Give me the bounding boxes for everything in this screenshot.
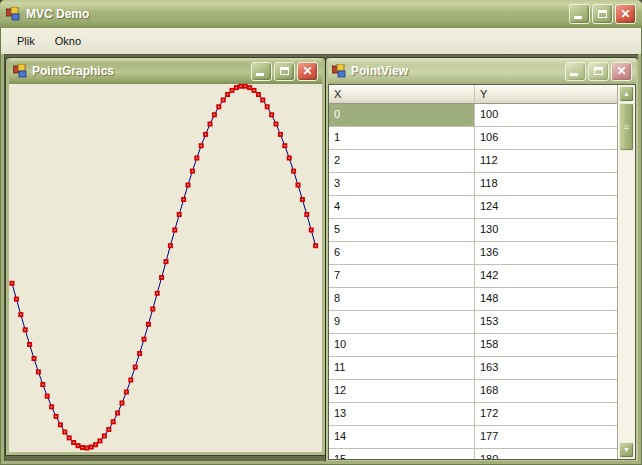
point-graphics-window: PointGraphics ✕ xyxy=(6,58,325,455)
table-row[interactable]: 7142 xyxy=(329,265,617,288)
table-row[interactable]: 14177 xyxy=(329,426,617,449)
scroll-down-button[interactable]: ▼ xyxy=(619,442,634,458)
winforms-app-icon xyxy=(13,64,27,78)
grid-cell-x[interactable]: 2 xyxy=(329,150,475,172)
table-row[interactable]: 1106 xyxy=(329,127,617,150)
grid-cell-x[interactable]: 6 xyxy=(329,242,475,264)
grid-cell-y[interactable]: 158 xyxy=(475,334,617,356)
table-row[interactable]: 6136 xyxy=(329,242,617,265)
minimize-button[interactable] xyxy=(565,62,586,81)
grid-cell-x[interactable]: 1 xyxy=(329,127,475,149)
minimize-button[interactable] xyxy=(569,4,590,24)
close-icon: ✕ xyxy=(302,65,312,77)
grid-cell-x[interactable]: 3 xyxy=(329,173,475,195)
grid-cell-x[interactable]: 9 xyxy=(329,311,475,333)
points-data-grid: X Y 010011062112311841245130613671428148… xyxy=(329,85,635,459)
minimize-icon xyxy=(574,16,582,19)
table-row[interactable]: 11163 xyxy=(329,357,617,380)
points-table-body: 0100110621123118412451306136714281489153… xyxy=(329,104,617,459)
grid-cell-y[interactable]: 130 xyxy=(475,219,617,241)
maximize-icon xyxy=(594,67,603,75)
close-icon: ✕ xyxy=(620,8,630,20)
column-header-y[interactable]: Y xyxy=(475,85,617,103)
minimize-icon xyxy=(256,73,264,76)
minimize-button[interactable] xyxy=(251,62,272,81)
point-graphics-titlebar[interactable]: PointGraphics ✕ xyxy=(9,58,322,84)
column-header-x[interactable]: X xyxy=(329,85,475,103)
grid-cell-x[interactable]: 14 xyxy=(329,426,475,448)
grid-cell-x[interactable]: 15 xyxy=(329,449,475,459)
thumb-grip-icon: ≡ xyxy=(624,122,629,132)
maximize-button[interactable] xyxy=(274,62,295,81)
menu-bar: Plik Okno xyxy=(1,28,641,54)
table-row[interactable]: 4124 xyxy=(329,196,617,219)
table-row[interactable]: 12168 xyxy=(329,380,617,403)
point-view-title: PointView xyxy=(351,64,408,78)
table-row[interactable]: 2112 xyxy=(329,150,617,173)
point-graphics-title: PointGraphics xyxy=(32,64,114,78)
scroll-down-icon: ▼ xyxy=(623,446,630,453)
grid-cell-y[interactable]: 177 xyxy=(475,426,617,448)
grid-area: X Y 010011062112311841245130613671428148… xyxy=(328,84,636,460)
maximize-button[interactable] xyxy=(592,4,613,24)
grid-header-row: X Y xyxy=(329,85,617,104)
grid-cell-y[interactable]: 124 xyxy=(475,196,617,218)
grid-cell-y[interactable]: 172 xyxy=(475,403,617,425)
grid-cell-x[interactable]: 12 xyxy=(329,380,475,402)
grid-cell-x[interactable]: 8 xyxy=(329,288,475,310)
grid-cell-x[interactable]: 4 xyxy=(329,196,475,218)
close-icon: ✕ xyxy=(616,65,626,77)
vertical-scrollbar[interactable]: ▲ ≡ ▼ xyxy=(617,85,635,459)
minimize-icon xyxy=(570,73,578,76)
grid-cell-y[interactable]: 106 xyxy=(475,127,617,149)
menu-item-plik[interactable]: Plik xyxy=(7,31,45,51)
grid-cell-x[interactable]: 13 xyxy=(329,403,475,425)
mdi-client-area: PointGraphics ✕ P xyxy=(4,54,638,461)
point-view-titlebar[interactable]: PointView ✕ xyxy=(328,58,636,84)
table-row[interactable]: 0100 xyxy=(329,104,617,127)
sine-plot xyxy=(9,84,322,452)
winforms-app-icon xyxy=(6,7,20,21)
main-titlebar[interactable]: MVC Demo ✕ xyxy=(0,0,642,28)
scrollbar-thumb[interactable]: ≡ xyxy=(619,103,634,151)
scrollbar-track[interactable] xyxy=(618,151,635,441)
grid-cell-x[interactable]: 10 xyxy=(329,334,475,356)
table-row[interactable]: 8148 xyxy=(329,288,617,311)
grid-columns: X Y 010011062112311841245130613671428148… xyxy=(329,85,617,459)
grid-cell-x[interactable]: 11 xyxy=(329,357,475,379)
point-view-window: PointView ✕ X Y 01001106211231184124513 xyxy=(326,58,638,461)
table-row[interactable]: 10158 xyxy=(329,334,617,357)
close-button[interactable]: ✕ xyxy=(297,62,318,81)
grid-cell-x[interactable]: 5 xyxy=(329,219,475,241)
table-row[interactable]: 15180 xyxy=(329,449,617,459)
grid-cell-y[interactable]: 136 xyxy=(475,242,617,264)
main-window: MVC Demo ✕ Plik Okno PointGraphics xyxy=(0,0,642,465)
scroll-up-button[interactable]: ▲ xyxy=(619,86,634,102)
table-row[interactable]: 3118 xyxy=(329,173,617,196)
table-row[interactable]: 9153 xyxy=(329,311,617,334)
maximize-button[interactable] xyxy=(588,62,609,81)
close-button[interactable]: ✕ xyxy=(615,4,636,24)
grid-cell-y[interactable]: 148 xyxy=(475,288,617,310)
grid-cell-y[interactable]: 142 xyxy=(475,265,617,287)
table-row[interactable]: 13172 xyxy=(329,403,617,426)
grid-cell-x[interactable]: 7 xyxy=(329,265,475,287)
grid-cell-y[interactable]: 118 xyxy=(475,173,617,195)
winforms-app-icon xyxy=(332,64,346,78)
maximize-icon xyxy=(280,67,289,75)
grid-cell-y[interactable]: 180 xyxy=(475,449,617,459)
grid-cell-y[interactable]: 163 xyxy=(475,357,617,379)
scroll-up-icon: ▲ xyxy=(623,90,630,97)
grid-cell-x[interactable]: 0 xyxy=(329,104,475,126)
grid-cell-y[interactable]: 153 xyxy=(475,311,617,333)
maximize-icon xyxy=(598,10,607,18)
close-button[interactable]: ✕ xyxy=(611,62,632,81)
grid-cell-y[interactable]: 100 xyxy=(475,104,617,126)
grid-cell-y[interactable]: 168 xyxy=(475,380,617,402)
screen: MVC Demo ✕ Plik Okno PointGraphics xyxy=(0,0,642,465)
main-window-title: MVC Demo xyxy=(26,7,89,21)
graphics-canvas-area xyxy=(9,84,322,452)
menu-item-okno[interactable]: Okno xyxy=(45,31,91,51)
grid-cell-y[interactable]: 112 xyxy=(475,150,617,172)
table-row[interactable]: 5130 xyxy=(329,219,617,242)
